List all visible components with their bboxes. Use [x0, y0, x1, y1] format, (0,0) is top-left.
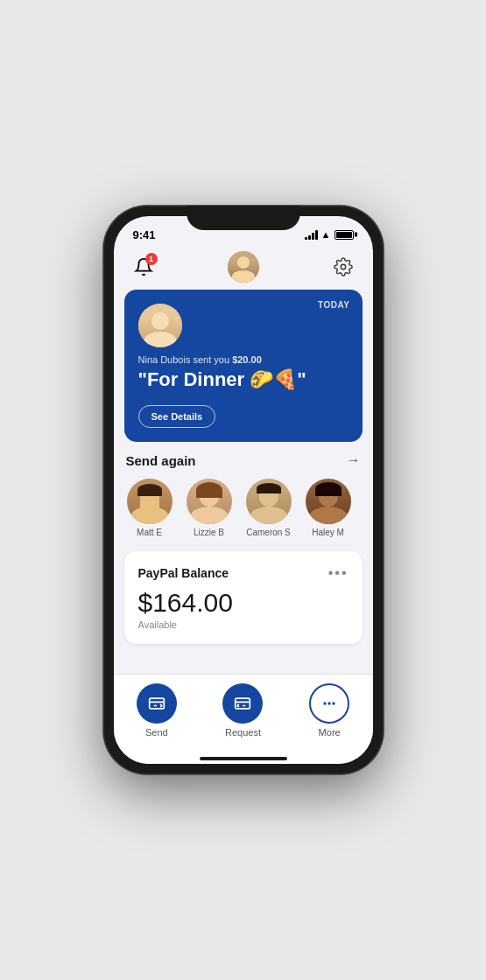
contact-name: Cameron S — [246, 528, 291, 537]
signal-bars-icon — [305, 230, 318, 240]
card-subtitle: Nina Dubois sent you $20.00 — [138, 354, 349, 365]
home-bar — [200, 757, 287, 760]
send-icon — [148, 695, 166, 712]
card-today-label: TODAY — [318, 300, 349, 310]
gear-icon — [334, 257, 353, 276]
contact-avatar-cameron — [246, 479, 292, 524]
sender-avatar — [138, 304, 182, 347]
svg-point-0 — [341, 264, 346, 270]
notification-bell-button[interactable]: 1 — [130, 253, 158, 281]
svg-point-4 — [324, 703, 326, 704]
svg-point-3 — [328, 703, 330, 704]
send-again-arrow[interactable]: → — [347, 452, 361, 468]
settings-button[interactable] — [329, 253, 357, 281]
contact-name: Lizzie B — [194, 528, 224, 537]
more-tab[interactable]: More — [309, 683, 349, 738]
wifi-icon: ▲ — [321, 229, 331, 240]
profile-avatar[interactable] — [228, 251, 259, 283]
request-tab-label: Request — [225, 727, 261, 738]
send-again-title: Send again — [126, 453, 196, 468]
svg-point-5 — [333, 703, 335, 704]
tab-bar: Send Request — [114, 674, 373, 752]
contact-item[interactable]: Haley M — [303, 479, 354, 537]
status-icons: ▲ — [305, 229, 354, 240]
more-icon — [320, 695, 338, 712]
notch — [187, 206, 300, 230]
home-indicator — [114, 752, 373, 764]
balance-amount: $164.00 — [138, 588, 349, 618]
send-tab-label: Send — [145, 727, 168, 738]
battery-icon — [335, 230, 354, 240]
balance-title: PayPal Balance — [138, 566, 229, 580]
balance-menu-button[interactable]: ••• — [328, 565, 349, 581]
more-tab-label: More — [319, 727, 341, 738]
notification-badge: 1 — [145, 253, 158, 265]
contact-avatar-matt — [127, 479, 173, 524]
contacts-row: Matt E Lizzie B — [124, 479, 363, 541]
see-details-button[interactable]: See Details — [138, 405, 216, 428]
status-time: 9:41 — [133, 228, 156, 242]
phone-screen: 9:41 ▲ 1 — [114, 216, 373, 764]
contact-avatar-haley — [306, 479, 351, 524]
app-header: 1 — [114, 248, 373, 290]
svg-rect-2 — [236, 698, 250, 709]
payment-notification-card[interactable]: TODAY Nina Dubois sent you $20.00 "For D… — [124, 290, 363, 442]
contact-item[interactable]: Lizzie B — [184, 479, 235, 537]
send-again-header: Send again → — [124, 452, 363, 468]
contact-name: Haley M — [312, 528, 344, 537]
contact-item[interactable]: Cameron S — [243, 479, 294, 537]
card-message: "For Dinner 🌮🍕" — [138, 368, 349, 391]
send-tab-circle — [137, 683, 177, 724]
svg-rect-1 — [149, 698, 164, 709]
send-tab[interactable]: Send — [137, 683, 177, 738]
request-icon — [234, 695, 251, 712]
phone-frame: 9:41 ▲ 1 — [103, 206, 384, 774]
balance-available-label: Available — [138, 620, 349, 630]
contact-name: Matt E — [137, 528, 162, 537]
balance-header: PayPal Balance ••• — [138, 565, 349, 581]
contact-avatar-lizzie — [187, 479, 232, 524]
main-content: TODAY Nina Dubois sent you $20.00 "For D… — [114, 290, 373, 674]
request-tab-circle — [222, 683, 263, 724]
balance-card: PayPal Balance ••• $164.00 Available — [124, 551, 363, 644]
more-tab-circle — [309, 683, 349, 724]
request-tab[interactable]: Request — [222, 683, 263, 738]
contact-item[interactable]: Matt E — [124, 479, 175, 537]
